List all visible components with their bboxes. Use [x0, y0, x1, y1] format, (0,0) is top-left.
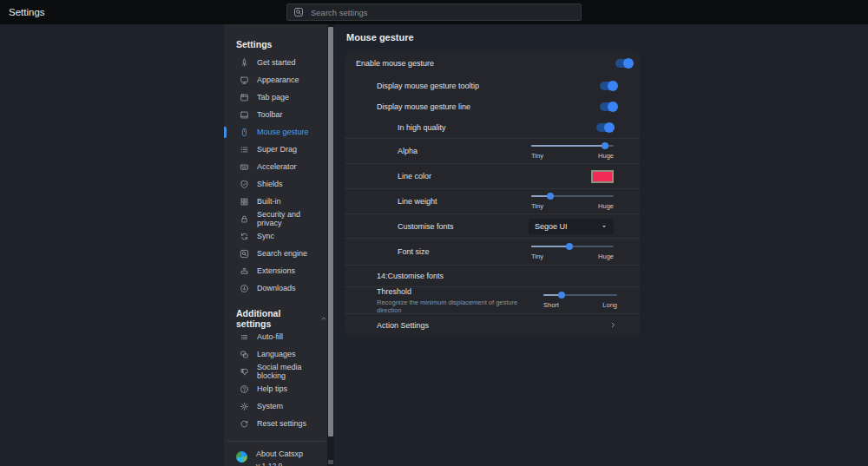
rocket-icon: [240, 58, 249, 68]
display-line-label: Display mouse gesture line: [377, 102, 470, 111]
sidebar-item-shields[interactable]: Shields: [224, 175, 327, 193]
sidebar-item-security-and-privacy[interactable]: Security and privacy: [224, 210, 327, 227]
settings-content: SettingsGet startedAppearanceTab pageToo…: [0, 24, 868, 466]
settings-search[interactable]: [286, 3, 582, 21]
alpha-slider[interactable]: Tiny Huge: [531, 142, 614, 160]
enable-mouse-gesture-toggle[interactable]: [615, 59, 633, 68]
font-size-max-label: Huge: [598, 253, 614, 260]
help-icon: [240, 384, 249, 394]
sidebar-item-label: Get started: [257, 58, 296, 67]
sidebar-scrollbar[interactable]: [327, 24, 334, 466]
line-color-swatch[interactable]: [591, 170, 614, 183]
row-font-size: Font size Tiny Huge: [345, 238, 640, 265]
sidebar-item-search-engine[interactable]: Search engine: [224, 245, 327, 262]
grid-icon: [240, 197, 249, 207]
sidebar-item-label: Reset settings: [257, 419, 306, 428]
line-color-label: Line color: [398, 172, 431, 180]
line-weight-slider-thumb[interactable]: [547, 193, 554, 200]
font-family-select[interactable]: Segoe UI: [529, 219, 614, 234]
row-enable-mouse-gesture: Enable mouse gesture: [345, 51, 640, 75]
sidebar-item-appearance[interactable]: Appearance: [224, 71, 327, 89]
mouse-gesture-card: Enable mouse gesture Display mouse gestu…: [345, 51, 640, 336]
line-weight-min-label: Tiny: [531, 202, 543, 210]
sidebar-item-sync[interactable]: Sync: [224, 227, 327, 245]
line-weight-label: Line weight: [398, 197, 437, 206]
sidebar-item-label: Tab page: [257, 93, 289, 102]
additional-settings-header[interactable]: Additional settings: [224, 309, 327, 328]
threshold-slider-thumb[interactable]: [558, 292, 565, 299]
row-font-preview: 14:Customise fonts: [345, 265, 640, 286]
sidebar-item-super-drag[interactable]: Super Drag: [224, 141, 327, 158]
row-display-tooltip: Display mouse gesture tooltip: [345, 75, 640, 96]
search-icon: [293, 7, 304, 17]
scrollbar-end-nub: [328, 460, 333, 464]
page-title: Settings: [9, 7, 45, 17]
puzzle-icon: [240, 266, 249, 276]
high-quality-toggle[interactable]: [596, 123, 614, 132]
sidebar-item-system[interactable]: System: [224, 397, 327, 415]
font-family-value: Segoe UI: [535, 222, 568, 231]
search-input[interactable]: [311, 8, 575, 17]
sidebar-item-get-started[interactable]: Get started: [224, 54, 327, 71]
about-catsxp[interactable]: About Catsxp v 1.12.9: [224, 450, 327, 466]
sidebar-item-languages[interactable]: Languages: [224, 345, 327, 363]
alpha-label: Alpha: [398, 147, 418, 155]
sidebar-item-auto-fill[interactable]: Auto-fill: [224, 328, 327, 345]
about-title: About Catsxp: [256, 450, 303, 458]
enable-mouse-gesture-label: Enable mouse gesture: [356, 59, 434, 68]
sidebar-item-label: Languages: [257, 350, 296, 358]
topbar: Settings: [0, 0, 868, 24]
sidebar: SettingsGet startedAppearanceTab pageToo…: [224, 24, 327, 466]
lock-icon: [240, 214, 249, 224]
font-size-slider-thumb[interactable]: [566, 243, 573, 250]
line-weight-slider[interactable]: Tiny Huge: [531, 193, 614, 210]
main-pane: Mouse gesture Enable mouse gesture Displ…: [334, 24, 868, 466]
sidebar-item-toolbar[interactable]: Toolbar: [224, 106, 327, 123]
row-line-color: Line color: [345, 163, 640, 188]
reset-icon: [240, 419, 249, 429]
threshold-slider[interactable]: Short Long: [543, 292, 617, 309]
thumb-down-icon: [240, 367, 249, 377]
display-tooltip-toggle[interactable]: [600, 82, 617, 90]
mouse-icon: [240, 128, 249, 137]
display-tooltip-label: Display mouse gesture tooltip: [377, 82, 479, 90]
sidebar-item-reset-settings[interactable]: Reset settings: [224, 415, 327, 432]
sidebar-item-label: Extensions: [257, 266, 295, 275]
toolbar-icon: [240, 110, 249, 120]
tab-page-icon: [240, 93, 249, 102]
sidebar-item-help-tips[interactable]: Help tips: [224, 380, 327, 397]
display-line-toggle[interactable]: [600, 102, 617, 111]
row-threshold: Threshold Recognize the minimum displace…: [345, 286, 640, 313]
sidebar-item-extensions[interactable]: Extensions: [224, 262, 327, 279]
download-icon: [240, 284, 249, 293]
catsxp-logo: [236, 451, 247, 463]
row-action-settings[interactable]: Action Settings: [345, 313, 640, 336]
languages-icon: [240, 350, 249, 359]
row-alpha: Alpha Tiny Huge: [345, 138, 640, 163]
sidebar-item-label: Search engine: [257, 249, 307, 258]
sidebar-item-mouse-gesture[interactable]: Mouse gesture: [224, 123, 327, 141]
sidebar-item-label: Security and privacy: [257, 210, 327, 227]
sidebar-item-label: Downloads: [257, 284, 296, 292]
row-display-line: Display mouse gesture line: [345, 96, 640, 117]
threshold-description: Recognize the minimum displacement of ge…: [377, 299, 537, 314]
sidebar-divider: [227, 441, 326, 442]
font-size-min-label: Tiny: [531, 253, 543, 260]
font-size-slider[interactable]: Tiny Huge: [531, 243, 614, 260]
about-version: v 1.12.9: [256, 462, 303, 466]
line-weight-max-label: Huge: [598, 202, 614, 210]
alpha-slider-thumb[interactable]: [602, 142, 608, 149]
sidebar-item-label: Super Drag: [257, 145, 297, 154]
sidebar-item-label: Help tips: [257, 384, 287, 393]
sidebar-item-tab-page[interactable]: Tab page: [224, 89, 327, 106]
sidebar-item-social-media-blocking[interactable]: Social media blocking: [224, 363, 327, 380]
sidebar-item-accelerator[interactable]: Accelerator: [224, 158, 327, 175]
sidebar-item-label: Accelerator: [257, 162, 297, 171]
customise-fonts-label: Customise fonts: [398, 222, 454, 231]
section-heading: Mouse gesture: [346, 31, 868, 43]
sidebar-item-label: Sync: [257, 232, 274, 240]
scrollbar-thumb[interactable]: [328, 27, 333, 436]
sidebar-item-downloads[interactable]: Downloads: [224, 279, 327, 297]
sidebar-item-label: Toolbar: [257, 110, 283, 119]
sidebar-item-built-in[interactable]: Built-in: [224, 193, 327, 210]
